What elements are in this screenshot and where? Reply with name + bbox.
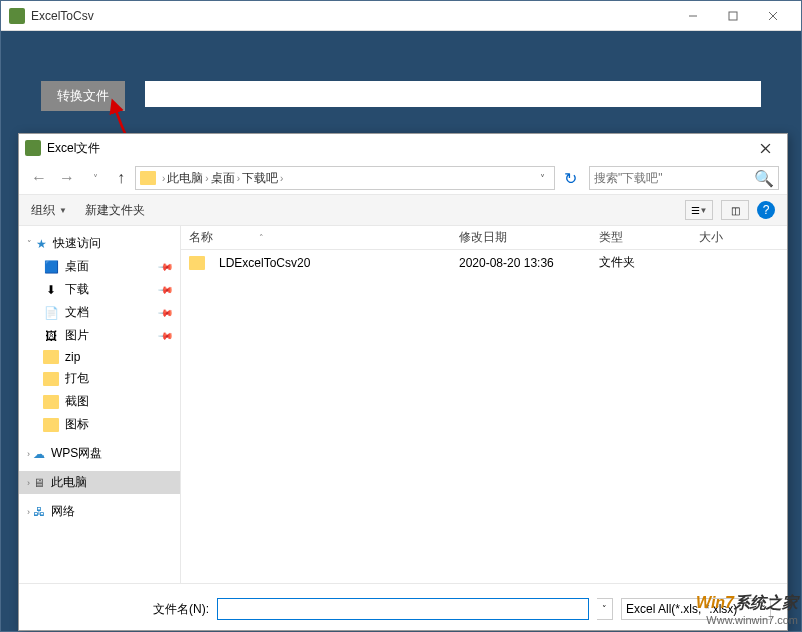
breadcrumb[interactable]: › 此电脑 › 桌面 › 下载吧 › ˅ <box>135 166 555 190</box>
sidebar-label: WPS网盘 <box>51 445 102 462</box>
sidebar-item[interactable]: 🖼图片📌 <box>19 324 180 347</box>
file-type-filter[interactable]: Excel All(*.xls, *.xlsx)˅ <box>621 598 771 620</box>
maximize-button[interactable] <box>713 2 753 30</box>
file-dialog: Excel文件 ← → ˅ ↑ › 此电脑 › 桌面 › 下载吧 › ˅ ↻ 🔍… <box>18 133 788 631</box>
chevron-down-icon: ˅ <box>27 239 32 249</box>
sidebar-label: 快速访问 <box>53 235 101 252</box>
column-type[interactable]: 类型 <box>599 229 699 246</box>
sidebar-quick-access[interactable]: ˅ ★ 快速访问 <box>19 232 180 255</box>
sidebar-wps[interactable]: › ☁ WPS网盘 <box>19 442 180 465</box>
sidebar-item-label: 截图 <box>65 393 89 410</box>
minimize-button[interactable] <box>673 2 713 30</box>
search-box: 🔍 <box>589 166 779 190</box>
sidebar-network[interactable]: › 🖧 网络 <box>19 500 180 523</box>
filename-label: 文件名(N): <box>153 601 209 618</box>
dialog-nav: ← → ˅ ↑ › 此电脑 › 桌面 › 下载吧 › ˅ ↻ 🔍 <box>19 162 787 194</box>
folder-icon <box>189 256 205 270</box>
chevron-right-icon: › <box>27 449 30 459</box>
up-button[interactable]: ↑ <box>111 166 131 190</box>
folder-icon <box>43 395 59 409</box>
chevron-right-icon: › <box>27 478 30 488</box>
sidebar-item[interactable]: 🟦桌面📌 <box>19 255 180 278</box>
app-icon <box>9 8 25 24</box>
svg-rect-1 <box>729 12 737 20</box>
app-body: 转换文件 <box>1 31 801 111</box>
file-list: 名称˄ 修改日期 类型 大小 LDExcelToCsv202020-08-20 … <box>181 226 787 583</box>
sidebar-label: 此电脑 <box>51 474 87 491</box>
sidebar-item[interactable]: 打包 <box>19 367 180 390</box>
sidebar-this-pc[interactable]: › 🖥 此电脑 <box>19 471 180 494</box>
app-title: ExcelToCsv <box>31 9 673 23</box>
pin-icon: 📌 <box>158 281 174 297</box>
column-name[interactable]: 名称˄ <box>189 229 459 246</box>
chevron-right-icon: › <box>280 173 283 184</box>
sidebar-item[interactable]: 📄文档📌 <box>19 301 180 324</box>
preview-pane-button[interactable]: ◫ <box>721 200 749 220</box>
sidebar-item-label: zip <box>65 350 80 364</box>
sidebar-label: 网络 <box>51 503 75 520</box>
back-button[interactable]: ← <box>27 166 51 190</box>
chevron-right-icon: › <box>162 173 165 184</box>
search-input[interactable] <box>594 171 754 185</box>
downloads-icon: ⬇ <box>43 283 59 297</box>
table-row[interactable]: LDExcelToCsv202020-08-20 13:36文件夹 <box>181 250 787 275</box>
column-date[interactable]: 修改日期 <box>459 229 599 246</box>
filename-dropdown[interactable]: ˅ <box>597 598 613 620</box>
chevron-right-icon: › <box>237 173 240 184</box>
pin-icon: 📌 <box>158 258 174 274</box>
documents-icon: 📄 <box>43 306 59 320</box>
chevron-right-icon: › <box>27 507 30 517</box>
dialog-close-button[interactable] <box>749 136 781 160</box>
sidebar-item[interactable]: ⬇下载📌 <box>19 278 180 301</box>
refresh-button[interactable]: ↻ <box>559 169 581 188</box>
sidebar-item-label: 打包 <box>65 370 89 387</box>
dialog-icon <box>25 140 41 156</box>
sidebar-item-label: 下载 <box>65 281 89 298</box>
chevron-right-icon: › <box>205 173 208 184</box>
sidebar-item-label: 图标 <box>65 416 89 433</box>
breadcrumb-item[interactable]: 桌面 <box>211 170 235 187</box>
sidebar-item[interactable]: 截图 <box>19 390 180 413</box>
file-type: 文件夹 <box>599 254 699 271</box>
file-list-header: 名称˄ 修改日期 类型 大小 <box>181 226 787 250</box>
new-folder-button[interactable]: 新建文件夹 <box>85 202 145 219</box>
convert-button[interactable]: 转换文件 <box>41 81 125 111</box>
pictures-icon: 🖼 <box>43 329 59 343</box>
close-button[interactable] <box>753 2 793 30</box>
breadcrumb-item[interactable]: 下载吧 <box>242 170 278 187</box>
file-name: LDExcelToCsv20 <box>219 256 310 270</box>
dialog-content: ˅ ★ 快速访问 🟦桌面📌⬇下载📌📄文档📌🖼图片📌zip打包截图图标 › ☁ W… <box>19 226 787 583</box>
dialog-title: Excel文件 <box>47 140 749 157</box>
view-mode-button[interactable]: ☰ ▼ <box>685 200 713 220</box>
column-size[interactable]: 大小 <box>699 229 779 246</box>
folder-icon <box>43 350 59 364</box>
sidebar: ˅ ★ 快速访问 🟦桌面📌⬇下载📌📄文档📌🖼图片📌zip打包截图图标 › ☁ W… <box>19 226 181 583</box>
path-input[interactable] <box>145 81 761 107</box>
folder-icon <box>43 372 59 386</box>
sidebar-item-label: 文档 <box>65 304 89 321</box>
breadcrumb-item[interactable]: 此电脑 <box>167 170 203 187</box>
search-icon[interactable]: 🔍 <box>754 169 774 188</box>
file-date: 2020-08-20 13:36 <box>459 256 599 270</box>
folder-icon <box>140 171 156 185</box>
dialog-toolbar: 组织▼ 新建文件夹 ☰ ▼ ◫ ? <box>19 194 787 226</box>
pin-icon: 📌 <box>158 327 174 343</box>
pin-icon: 📌 <box>158 304 174 320</box>
dialog-titlebar: Excel文件 <box>19 134 787 162</box>
breadcrumb-dropdown[interactable]: ˅ <box>534 173 550 184</box>
forward-button[interactable]: → <box>55 166 79 190</box>
desktop-icon: 🟦 <box>43 260 59 274</box>
app-titlebar: ExcelToCsv <box>1 1 801 31</box>
history-dropdown[interactable]: ˅ <box>83 166 107 190</box>
organize-menu[interactable]: 组织▼ <box>31 202 67 219</box>
sidebar-item[interactable]: 图标 <box>19 413 180 436</box>
filename-input[interactable] <box>217 598 589 620</box>
help-button[interactable]: ? <box>757 201 775 219</box>
sidebar-item-label: 图片 <box>65 327 89 344</box>
dialog-footer: 文件名(N): ˅ Excel All(*.xls, *.xlsx)˅ <box>19 583 787 630</box>
sidebar-item[interactable]: zip <box>19 347 180 367</box>
chevron-down-icon: ▼ <box>59 206 67 215</box>
sort-indicator-icon: ˄ <box>259 233 264 243</box>
sidebar-item-label: 桌面 <box>65 258 89 275</box>
folder-icon <box>43 418 59 432</box>
